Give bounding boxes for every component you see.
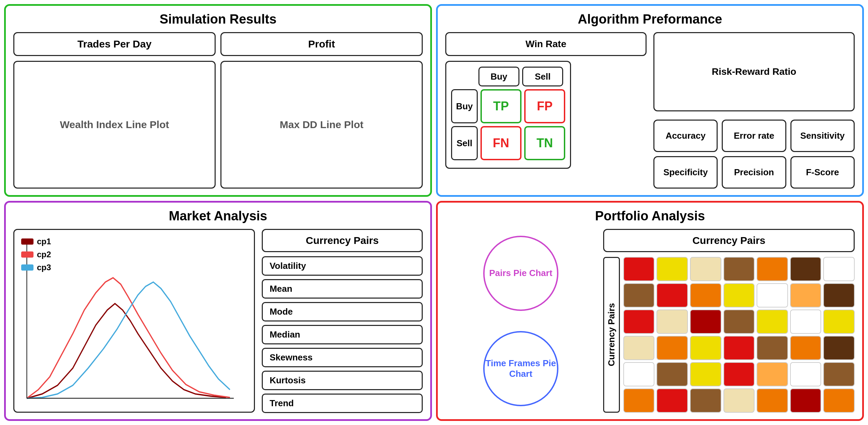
heatmap-cell	[723, 362, 755, 386]
heatmap-cell	[623, 310, 655, 334]
market-currency-pairs-header: Currency Pairs	[262, 229, 423, 252]
heatmap-cell	[656, 283, 688, 307]
portfolio-panel: Portfolio Analysis Pairs Pie Chart Time …	[436, 201, 864, 421]
cm-col-sell: Sell	[522, 67, 563, 86]
heatmap-cell	[823, 257, 855, 281]
cm-cell-tn: TN	[524, 126, 565, 160]
market-chart-svg	[19, 235, 249, 407]
heatmap-cell	[823, 310, 855, 334]
confusion-col-headers: Buy Sell	[478, 67, 565, 86]
heatmap-cell	[757, 336, 788, 360]
cm-row-label-sell: Sell	[451, 126, 478, 160]
heatmap-cell	[656, 310, 688, 334]
algo-top-metrics: Win Rate	[445, 32, 647, 56]
cp3-color	[21, 264, 33, 271]
heatmap-cell	[656, 336, 688, 360]
heatmap-y-label: Currency Pairs	[603, 257, 620, 413]
trades-per-day-metric: Trades Per Day	[13, 32, 216, 56]
heatmap-cell	[723, 336, 755, 360]
win-rate-metric: Win Rate	[445, 32, 647, 56]
heatmap-cell	[623, 257, 655, 281]
heatmap-container: Currency Pairs	[603, 257, 855, 413]
portfolio-content: Pairs Pie Chart Time Frames Pie Chart Cu…	[445, 229, 855, 413]
precision-metric: Precision	[722, 156, 786, 189]
stat-buttons: Volatility Mean Mode Median Skewness Kur…	[262, 256, 423, 413]
legend-cp3: cp3	[21, 263, 51, 272]
skewness-btn[interactable]: Skewness	[262, 348, 423, 367]
market-title: Market Analysis	[13, 209, 423, 223]
cm-cell-tp: TP	[480, 89, 521, 123]
portfolio-right: Currency Pairs Currency Pairs	[603, 229, 855, 413]
heatmap-cell	[690, 336, 721, 360]
heatmap-cell	[823, 336, 855, 360]
volatility-btn[interactable]: Volatility	[262, 256, 423, 276]
simulation-panel: Simulation Results Trades Per Day Profit…	[4, 4, 432, 197]
heatmap-cell	[757, 283, 788, 307]
heatmap-cell	[790, 310, 822, 334]
heatmap-cell	[823, 283, 855, 307]
heatmap-cell	[656, 388, 688, 413]
cm-row-label-buy: Buy	[451, 89, 478, 123]
heatmap-cell	[790, 388, 822, 413]
confusion-row-buy: Buy TP FP	[451, 89, 565, 123]
legend-cp2: cp2	[21, 250, 51, 259]
heatmap-cell	[757, 310, 788, 334]
simulation-grid: Trades Per Day Profit Wealth Index Line …	[13, 32, 423, 189]
mean-btn[interactable]: Mean	[262, 279, 423, 299]
mode-btn[interactable]: Mode	[262, 302, 423, 321]
confusion-matrix: Buy Sell Buy TP FP	[445, 61, 571, 169]
heatmap-cell	[757, 362, 788, 386]
market-content: cp1 cp2 cp3	[13, 229, 423, 413]
heatmap-cell	[723, 388, 755, 413]
cm-cell-fn: FN	[480, 126, 521, 160]
heatmap-cell	[790, 283, 822, 307]
heatmap-cell	[623, 336, 655, 360]
perf-metrics-grid: Accuracy Error rate Sensitivity Specific…	[653, 120, 855, 189]
cm-cell-fp: FP	[524, 89, 565, 123]
heatmap-cell	[623, 283, 655, 307]
heatmap-cell	[690, 257, 721, 281]
heatmap-cell	[823, 362, 855, 386]
heatmap-cell	[757, 257, 788, 281]
heatmap-cell	[790, 362, 822, 386]
cp2-color	[21, 251, 33, 258]
wealth-index-plot: Wealth Index Line Plot	[13, 61, 216, 189]
market-right: Currency Pairs Volatility Mean Mode Medi…	[262, 229, 423, 413]
portfolio-title: Portfolio Analysis	[445, 209, 855, 223]
heatmap-cell	[723, 283, 755, 307]
algo-left: Win Rate Buy Sell Buy TP	[445, 32, 647, 189]
heatmap-cell	[723, 257, 755, 281]
profit-metric: Profit	[220, 32, 423, 56]
market-chart: cp1 cp2 cp3	[13, 229, 255, 413]
heatmap-cell	[790, 336, 822, 360]
heatmap-cell	[723, 310, 755, 334]
heatmap-cell	[656, 362, 688, 386]
legend-cp1: cp1	[21, 237, 51, 246]
heatmap-cell	[790, 257, 822, 281]
portfolio-currency-pairs-header: Currency Pairs	[603, 229, 855, 252]
heatmap-cell	[823, 388, 855, 413]
f-score-metric: F-Score	[790, 156, 855, 189]
heatmap-cell	[757, 388, 788, 413]
max-dd-plot: Max DD Line Plot	[220, 61, 423, 189]
algorithm-content: Win Rate Buy Sell Buy TP	[445, 32, 855, 189]
timeframes-pie-chart: Time Frames Pie Chart	[483, 331, 558, 406]
kurtosis-btn[interactable]: Kurtosis	[262, 371, 423, 390]
simulation-title: Simulation Results	[13, 12, 423, 27]
specificity-metric: Specificity	[653, 156, 718, 189]
error-rate-metric: Error rate	[722, 120, 786, 152]
algorithm-title: Algorithm Preformance	[445, 12, 855, 27]
heatmap-cell	[656, 257, 688, 281]
portfolio-left: Pairs Pie Chart Time Frames Pie Chart	[445, 229, 596, 413]
confusion-row-sell: Sell FN TN	[451, 126, 565, 160]
heatmap-cell	[690, 283, 721, 307]
algo-right: Risk-Reward Ratio Accuracy Error rate Se…	[653, 32, 855, 189]
heatmap-cell	[623, 388, 655, 413]
median-btn[interactable]: Median	[262, 325, 423, 344]
heatmap-cell	[690, 362, 721, 386]
heatmap-cell	[623, 362, 655, 386]
trend-btn[interactable]: Trend	[262, 394, 423, 413]
heatmap-cell	[690, 310, 721, 334]
cm-col-buy: Buy	[478, 67, 519, 86]
risk-reward-metric: Risk-Reward Ratio	[653, 32, 855, 111]
